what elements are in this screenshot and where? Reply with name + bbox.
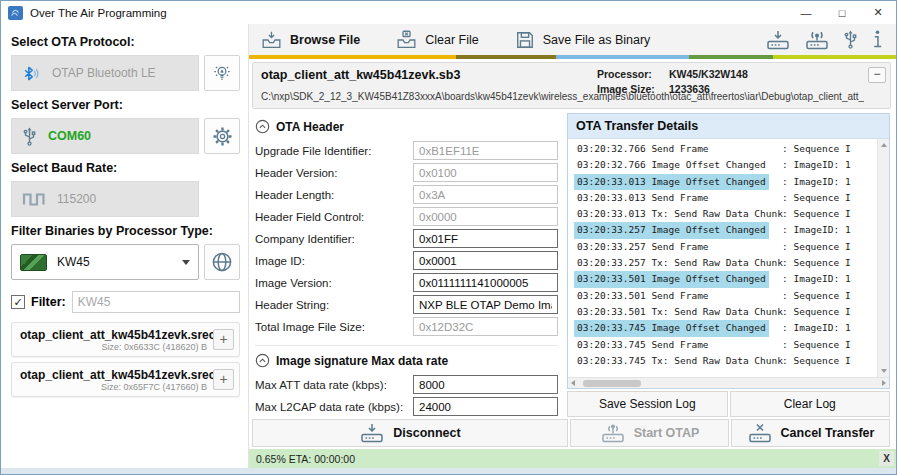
accent-lime bbox=[773, 55, 896, 59]
disconnect-label: Disconnect bbox=[393, 426, 460, 440]
field-input[interactable] bbox=[413, 375, 558, 394]
log-row[interactable]: 03:20:33.745 Tx: Send Raw Data Chunk : S… bbox=[568, 353, 877, 369]
field-label: Max ATT data rate (kbps): bbox=[255, 379, 413, 391]
scroll-up-icon[interactable] bbox=[881, 143, 887, 147]
form-field-row: Header Version: bbox=[255, 163, 558, 182]
field-label: Header Length: bbox=[255, 189, 413, 201]
toolbar: Browse File Clear File Save File as Bina… bbox=[249, 24, 896, 55]
field-input[interactable] bbox=[413, 141, 558, 160]
start-otap-button[interactable]: Start OTAP bbox=[570, 419, 729, 447]
log-detail: : Sequence I bbox=[782, 206, 851, 222]
maximize-button[interactable]: □ bbox=[824, 1, 860, 24]
disconnect-button[interactable]: Disconnect bbox=[252, 419, 568, 447]
minimize-button[interactable]: — bbox=[788, 1, 824, 24]
binary-file-size: Size: 0x65F7C (417660) B bbox=[20, 382, 207, 392]
log-message: 03:20:33.501 Send Frame bbox=[574, 288, 712, 304]
scrollbar-thumb[interactable] bbox=[583, 380, 641, 387]
form-field-row: Header Length: bbox=[255, 185, 558, 204]
log-detail: : Sequence I bbox=[782, 304, 851, 320]
statusbar-close-button[interactable]: X bbox=[879, 451, 894, 466]
log-row[interactable]: 03:20:33.013 Tx: Send Raw Data Chunk : S… bbox=[568, 206, 877, 222]
globe-icon bbox=[210, 250, 234, 274]
protocol-button[interactable]: OTAP Bluetooth LE bbox=[11, 55, 199, 91]
info-icon[interactable] bbox=[871, 29, 884, 50]
chevron-down-icon bbox=[182, 260, 190, 265]
log-message: 03:20:33.257 Tx: Send Raw Data Chunk bbox=[574, 255, 786, 271]
log-row[interactable]: 03:20:33.501 Image Offset Changed : Imag… bbox=[568, 271, 877, 287]
accent-colorbar bbox=[249, 55, 896, 59]
add-file-button[interactable]: + bbox=[213, 329, 234, 350]
form-field-row: Upgrade File Identifier: bbox=[255, 141, 558, 160]
log-row[interactable]: 03:20:32.766 Send Frame : Sequence I bbox=[568, 141, 877, 157]
field-input[interactable] bbox=[413, 273, 558, 292]
form-field-row: Header Field Control: bbox=[255, 207, 558, 226]
field-input[interactable] bbox=[413, 251, 558, 270]
log-message: 03:20:33.745 Tx: Send Raw Data Chunk bbox=[574, 353, 786, 369]
loaded-file-name: otap_client_att_kw45b41zevk.sb3 bbox=[261, 68, 864, 82]
field-input[interactable] bbox=[413, 207, 558, 226]
save-binary-button[interactable]: Save File as Binary bbox=[515, 30, 651, 50]
filter-checkbox[interactable] bbox=[11, 295, 25, 309]
field-input[interactable] bbox=[413, 185, 558, 204]
scroll-left-icon[interactable] bbox=[571, 380, 575, 386]
processor-dropdown[interactable]: KW45 bbox=[11, 244, 199, 280]
save-session-log-button[interactable]: Save Session Log bbox=[567, 391, 728, 417]
clear-file-button[interactable]: Clear File bbox=[396, 30, 479, 50]
form-field-row: Image Version: bbox=[255, 273, 558, 292]
server-port-button[interactable]: COM60 bbox=[11, 118, 199, 154]
baud-rate-value: 115200 bbox=[57, 192, 96, 206]
log-detail: : Sequence I bbox=[782, 288, 851, 304]
log-row[interactable]: 03:20:33.257 Send Frame : Sequence I bbox=[568, 239, 877, 255]
connect-device-icon[interactable] bbox=[765, 29, 791, 51]
close-button[interactable]: ✕ bbox=[860, 1, 896, 24]
ota-header-section-toggle[interactable]: OTA Header bbox=[255, 119, 558, 134]
log-message: 03:20:33.501 Tx: Send Raw Data Chunk bbox=[574, 304, 786, 320]
signature-section-toggle[interactable]: Image signature Max data rate bbox=[255, 353, 558, 368]
clear-log-button[interactable]: Clear Log bbox=[730, 391, 891, 417]
ota-header-title: OTA Header bbox=[276, 120, 344, 134]
field-input[interactable] bbox=[413, 229, 558, 248]
log-row[interactable]: 03:20:33.745 Send Frame : Sequence I bbox=[568, 337, 877, 353]
usb-port-icon[interactable] bbox=[843, 29, 858, 50]
log-row[interactable]: 03:20:33.501 Tx: Send Raw Data Chunk : S… bbox=[568, 304, 877, 320]
browse-processors-button[interactable] bbox=[204, 244, 240, 280]
cancel-transfer-button[interactable]: Cancel Transfer bbox=[731, 419, 890, 447]
log-horizontal-scrollbar[interactable] bbox=[568, 377, 889, 388]
filter-input[interactable] bbox=[72, 291, 240, 313]
field-input[interactable] bbox=[413, 317, 558, 336]
field-input[interactable] bbox=[413, 295, 558, 314]
loaded-file-panel: otap_client_att_kw45b41zevk.sb3 Processo… bbox=[252, 62, 891, 109]
log-row[interactable]: 03:20:33.745 Image Offset Changed : Imag… bbox=[568, 320, 877, 336]
disconnect-icon bbox=[359, 422, 385, 444]
form-field-row: Max L2CAP data rate (kbps): bbox=[255, 397, 558, 416]
field-label: Header String: bbox=[255, 299, 413, 311]
collapse-panel-button[interactable]: − bbox=[868, 67, 886, 83]
binary-file-item[interactable]: otap_client_att_kw45b41zevk.srec Size: 0… bbox=[11, 322, 240, 357]
browse-file-button[interactable]: Browse File bbox=[261, 30, 360, 50]
ota-form: OTA Header Upgrade File Identifier: Head… bbox=[249, 111, 567, 417]
field-input[interactable] bbox=[413, 397, 558, 416]
log-row[interactable]: 03:20:33.013 Image Offset Changed : Imag… bbox=[568, 174, 877, 190]
field-input[interactable] bbox=[413, 163, 558, 182]
log-row[interactable]: 03:20:32.766 Image Offset Changed : Imag… bbox=[568, 157, 877, 173]
log-message: 03:20:32.766 Image Offset Changed bbox=[574, 157, 769, 173]
scroll-right-icon[interactable] bbox=[882, 380, 886, 386]
accent-gold bbox=[249, 55, 456, 59]
log-row[interactable]: 03:20:33.501 Send Frame : Sequence I bbox=[568, 288, 877, 304]
port-settings-button[interactable] bbox=[204, 118, 240, 154]
add-file-button[interactable]: + bbox=[213, 369, 234, 390]
log-detail: : Sequence I bbox=[782, 353, 851, 369]
clear-file-label: Clear File bbox=[425, 33, 479, 47]
identify-device-button[interactable] bbox=[204, 55, 240, 91]
log-row[interactable]: 03:20:33.257 Tx: Send Raw Data Chunk : S… bbox=[568, 255, 877, 271]
log-row[interactable]: 03:20:33.257 Image Offset Changed : Imag… bbox=[568, 222, 877, 238]
cancel-transfer-label: Cancel Transfer bbox=[781, 426, 875, 440]
form-field-row: Max ATT data rate (kbps): bbox=[255, 375, 558, 394]
scroll-down-icon[interactable] bbox=[881, 369, 887, 373]
log-message: 03:20:33.257 Image Offset Changed bbox=[574, 222, 769, 238]
log-row[interactable]: 03:20:33.013 Send Frame : Sequence I bbox=[568, 190, 877, 206]
wireless-device-icon[interactable] bbox=[804, 29, 830, 51]
log-vertical-scrollbar[interactable] bbox=[877, 139, 889, 377]
binary-file-item[interactable]: otap_client_att_kw45b41zevk.srec Size: 0… bbox=[11, 362, 240, 397]
baud-rate-button[interactable]: 115200 bbox=[11, 181, 199, 217]
